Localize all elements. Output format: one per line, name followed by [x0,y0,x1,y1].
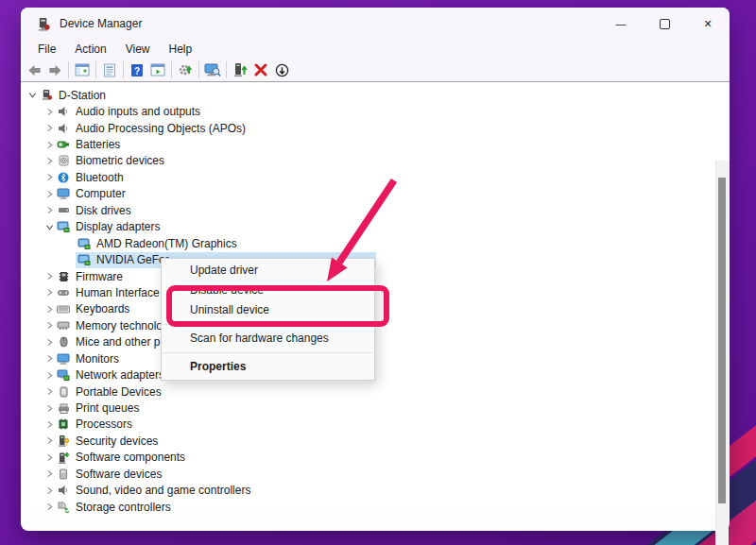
tree-row-label: AMD Radeon(TM) Graphics [96,237,237,250]
tree-row[interactable]: Display adapters [22,219,729,235]
chevron-down-icon[interactable] [26,89,39,102]
tree-row[interactable]: Processors [22,417,729,433]
tree-row-label: Audio Processing Objects (APOs) [76,122,246,135]
chevron-right-icon[interactable] [43,401,56,415]
context-menu-item-properties[interactable]: Properties [162,357,374,377]
forward-icon[interactable] [44,60,65,80]
chevron-right-icon[interactable] [43,368,56,382]
toolbar-separator [171,61,172,78]
chevron-right-icon[interactable] [43,434,56,448]
toolbar-separator [95,61,96,78]
chevron-right-icon[interactable] [43,417,56,431]
tree-row[interactable]: Firmware [22,268,729,284]
tree-row-label: Network adapters [76,368,164,382]
scrollbar[interactable] [715,161,729,545]
tree-row[interactable]: Audio Processing Objects (APOs) [22,120,729,136]
tree-row[interactable]: Batteries [22,136,729,152]
scrollbar-thumb[interactable] [718,178,726,503]
chevron-right-icon[interactable] [43,501,56,514]
chevron-right-icon[interactable] [43,302,56,315]
chevron-right-icon[interactable] [43,451,56,464]
chevron-right-icon[interactable] [43,138,56,151]
chevron-right-icon[interactable] [43,352,56,366]
chevron-right-icon[interactable] [43,385,56,399]
tree-row-label: Storage controllers [76,501,171,514]
hid-icon [56,286,71,298]
tree-row[interactable]: Network adapters [22,366,729,383]
properties-icon[interactable] [99,60,120,80]
show-console-tree-icon[interactable] [72,60,93,80]
close-button[interactable]: ✕ [686,8,730,40]
chevron-right-icon[interactable] [43,270,56,283]
menu-bar: FileActionViewHelp [21,40,730,59]
chevron-right-icon[interactable] [43,187,56,200]
tree-row[interactable]: Biometric devices [22,153,729,169]
speaker-icon [56,106,71,118]
menu-action[interactable]: Action [65,41,115,58]
tree-row[interactable]: Computer [22,186,729,202]
disable-device-icon[interactable] [271,60,292,80]
tree-row[interactable]: Print queues [22,400,729,416]
help-icon[interactable]: ? [127,60,147,80]
tree-row[interactable]: Portable Devices [22,383,729,400]
action-pane-icon[interactable] [147,60,168,80]
chevron-right-icon[interactable] [43,204,56,217]
chevron-right-icon[interactable] [43,335,56,349]
tree-row[interactable]: AMD Radeon(TM) Graphics [22,235,729,251]
chevron-right-icon[interactable] [43,171,56,184]
tree-row-label: NVIDIA GeFor [96,253,169,266]
menu-help[interactable]: Help [160,41,202,58]
tree-row-label: Display adapters [76,220,160,233]
tree-row[interactable]: Storage controllers [22,499,729,515]
update-driver-icon[interactable] [175,60,196,80]
tree-row[interactable]: D-Station [22,87,729,103]
tree-row[interactable]: Memory technolo [22,317,729,333]
context-menu-item-uninstall-device[interactable]: Uninstall device [162,300,374,320]
tree-row[interactable]: Mice and other p [22,334,729,350]
tree-row[interactable]: Bluetooth [22,169,729,185]
update-device-icon[interactable] [230,60,250,80]
desktop: Device Manager — ✕ FileActionViewHelp ? … [0,0,756,545]
tree-row[interactable]: Keyboards [22,301,729,317]
chevron-right-icon[interactable] [43,154,56,167]
menu-file[interactable]: File [28,41,65,58]
context-menu-separator [163,352,373,353]
device-manager-icon [37,17,51,31]
chevron-right-icon[interactable] [43,122,56,135]
chevron-right-icon[interactable] [43,105,56,118]
tree-row-label: Disk drives [76,204,131,217]
software-component-icon [56,451,71,464]
processor-icon [56,418,71,431]
tree-row[interactable]: Software devices [22,466,729,482]
chevron-right-icon[interactable] [43,319,56,332]
display-adapter-icon [77,254,92,266]
context-menu-item-scan-for-hardware-changes[interactable]: Scan for hardware changes [162,329,374,349]
maximize-button[interactable] [643,8,686,40]
tree-row[interactable]: Sound, video and game controllers [22,483,729,499]
chevron-down-icon[interactable] [43,220,56,233]
toolbar-separator [198,61,199,78]
tree-row[interactable]: Monitors [22,350,729,366]
tree-row[interactable]: Audio inputs and outputs [22,103,729,119]
tree-row[interactable]: Human Interface [22,284,729,300]
chevron-right-icon[interactable] [43,286,56,299]
computer-root-icon [39,89,54,101]
tree-row-label: Print queues [76,401,139,415]
menu-view[interactable]: View [116,41,160,58]
tree-row[interactable]: Security devices [22,433,729,449]
chevron-right-icon[interactable] [43,484,56,497]
tree-row[interactable]: Disk drives [22,202,729,218]
chevron-right-icon[interactable] [43,468,56,481]
minimize-button[interactable]: — [599,8,643,40]
context-menu-item-disable-device[interactable]: Disable device [162,281,374,300]
back-icon[interactable] [24,60,44,80]
tree-row[interactable]: NVIDIA GeFor [22,251,729,267]
monitor-icon [56,352,71,365]
context-menu-item-update-driver[interactable]: Update driver [162,261,374,281]
tree-row[interactable]: Software components [22,450,729,466]
tree-row-label: Keyboards [76,302,129,315]
uninstall-device-icon[interactable] [250,60,271,80]
tree-row-label: Bluetooth [76,171,124,184]
scan-hardware-icon[interactable] [202,60,223,80]
toolbar-separator [226,61,227,78]
